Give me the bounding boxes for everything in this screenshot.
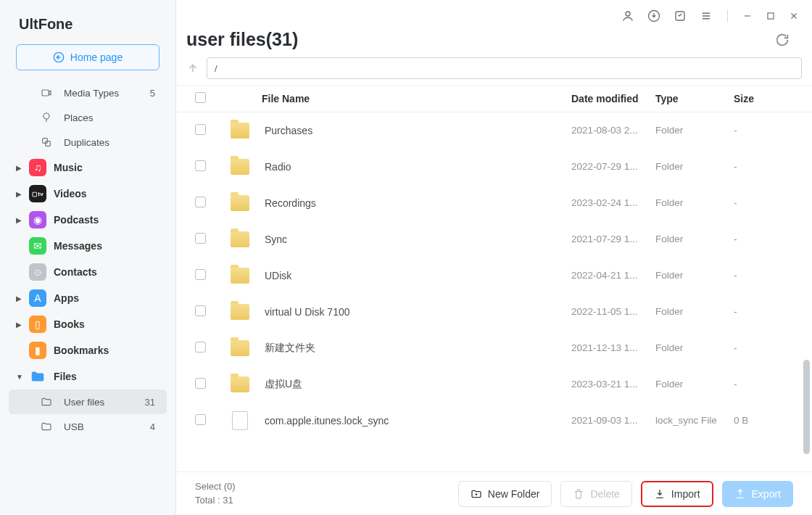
folder-icon (231, 340, 249, 356)
row-checkbox[interactable] (195, 160, 206, 171)
feedback-icon[interactable] (674, 9, 687, 22)
sidebar-item-places[interactable]: Places (9, 105, 167, 130)
file-size: - (734, 270, 799, 281)
table-row[interactable]: 虚拟U盘2023-03-21 1...Folder- (176, 366, 812, 403)
row-checkbox[interactable] (195, 197, 206, 207)
file-name: Radio (265, 161, 291, 173)
file-name: virtual U Disk 7100 (265, 306, 350, 318)
file-size: - (734, 161, 799, 172)
table-row[interactable]: Sync2021-07-29 1...Folder- (176, 221, 812, 258)
contacts-app-icon: ☺ (29, 263, 46, 281)
table-row[interactable]: 新建文件夹2021-12-13 1...Folder- (176, 330, 812, 366)
file-date: 2021-12-13 1... (571, 342, 655, 353)
path-input[interactable] (207, 57, 802, 79)
select-all-checkbox[interactable] (195, 92, 206, 103)
table-row[interactable]: Radio2022-07-29 1...Folder- (176, 149, 812, 185)
svg-rect-1 (42, 90, 49, 96)
file-date: 2021-09-03 1... (571, 415, 655, 426)
table-row[interactable]: Purchases2021-08-03 2...Folder- (176, 112, 812, 149)
file-date: 2021-07-29 1... (571, 234, 655, 244)
file-name: UDisk (265, 270, 291, 281)
import-icon (654, 488, 666, 500)
folder-icon (231, 123, 249, 139)
delete-button: Delete (560, 481, 631, 507)
close-icon[interactable] (789, 11, 799, 21)
refresh-button[interactable] (774, 32, 790, 48)
file-size: 0 B (734, 415, 799, 426)
sidebar-item-usb[interactable]: USB4 (9, 414, 167, 439)
svg-point-2 (44, 113, 49, 119)
col-header-date[interactable]: Date modified (571, 93, 655, 104)
col-header-type[interactable]: Type (655, 93, 734, 104)
svg-rect-8 (768, 13, 774, 19)
new-folder-button[interactable]: New Folder (458, 481, 552, 507)
file-name: Recordings (265, 197, 316, 209)
sidebar-item-books[interactable]: ▶▯Books (9, 311, 167, 337)
chevron-right-icon: ▶ (16, 164, 25, 172)
table-row[interactable]: com.apple.itunes.lock_sync2021-09-03 1..… (176, 403, 812, 439)
sidebar-item-messages[interactable]: ▶✉Messages (9, 233, 167, 259)
sidebar-item-videos[interactable]: ▶▢tvVideos (9, 181, 167, 207)
file-date: 2021-08-03 2... (571, 125, 655, 136)
row-checkbox[interactable] (195, 378, 206, 389)
user-icon[interactable] (621, 9, 634, 22)
maximize-icon[interactable] (766, 11, 776, 21)
path-up-icon[interactable] (186, 62, 199, 75)
total-count: Total : 31 (195, 494, 236, 507)
col-header-name[interactable]: File Name (227, 93, 571, 104)
svg-point-5 (626, 12, 630, 16)
file-rows: Purchases2021-08-03 2...Folder-Radio2022… (176, 112, 812, 471)
scrollbar[interactable] (803, 360, 810, 454)
folder-icon (231, 195, 249, 211)
select-count: Select (0) (195, 480, 236, 493)
row-checkbox[interactable] (195, 233, 206, 244)
chevron-right-icon: ▶ (16, 190, 25, 198)
table-row[interactable]: virtual U Disk 71002022-11-05 1...Folder… (176, 294, 812, 330)
dup-icon (41, 136, 55, 148)
row-checkbox[interactable] (195, 269, 206, 280)
sidebar-item-podcasts[interactable]: ▶◉Podcasts (9, 207, 167, 233)
download-icon[interactable] (647, 9, 660, 22)
folder-icon (231, 231, 249, 247)
sidebar-item-media-types[interactable]: Media Types5 (9, 81, 167, 105)
row-checkbox[interactable] (195, 342, 206, 353)
video-icon (41, 87, 55, 99)
file-size: - (734, 379, 799, 390)
file-type: Folder (655, 161, 734, 172)
folder-plus-icon (471, 488, 482, 500)
menu-icon[interactable] (700, 9, 713, 22)
back-arrow-icon (53, 52, 65, 63)
row-checkbox[interactable] (195, 305, 206, 316)
main-panel: user files(31) File Name Date modified T… (176, 0, 812, 515)
folder-icon (231, 159, 249, 175)
file-date: 2022-04-21 1... (571, 270, 655, 281)
sidebar-item-duplicates[interactable]: Duplicates (9, 130, 167, 154)
chevron-right-icon: ▶ (16, 216, 25, 224)
minimize-icon[interactable] (742, 11, 753, 21)
export-icon (734, 488, 746, 500)
folder-icon (41, 421, 55, 432)
home-button[interactable]: Home page (16, 44, 160, 70)
file-date: 2022-11-05 1... (571, 306, 655, 317)
row-checkbox[interactable] (195, 414, 206, 425)
col-header-size[interactable]: Size (734, 93, 799, 104)
file-name: 新建文件夹 (265, 342, 315, 355)
sidebar-item-files[interactable]: ▼Files (9, 363, 167, 390)
chevron-down-icon: ▼ (16, 373, 25, 381)
file-size: - (734, 197, 799, 208)
table-row[interactable]: Recordings2023-02-24 1...Folder- (176, 185, 812, 221)
sidebar-item-bookmarks[interactable]: ▶▮Bookmarks (9, 337, 167, 363)
row-checkbox[interactable] (195, 124, 206, 135)
file-type: Folder (655, 306, 734, 317)
page-title: user files(31) (186, 29, 298, 50)
sidebar-item-user-files[interactable]: User files31 (9, 390, 167, 414)
titlebar (176, 0, 812, 26)
export-button[interactable]: Export (722, 481, 793, 507)
sidebar-item-apps[interactable]: ▶AApps (9, 285, 167, 311)
sidebar-item-music[interactable]: ▶♫Music (9, 154, 167, 181)
table-row[interactable]: UDisk2022-04-21 1...Folder- (176, 258, 812, 294)
sidebar-item-contacts[interactable]: ▶☺Contacts (9, 259, 167, 285)
sidebar: UltFone Home page Media Types5PlacesDupl… (0, 0, 176, 515)
import-button[interactable]: Import (641, 481, 713, 507)
file-name: com.apple.itunes.lock_sync (265, 415, 389, 427)
